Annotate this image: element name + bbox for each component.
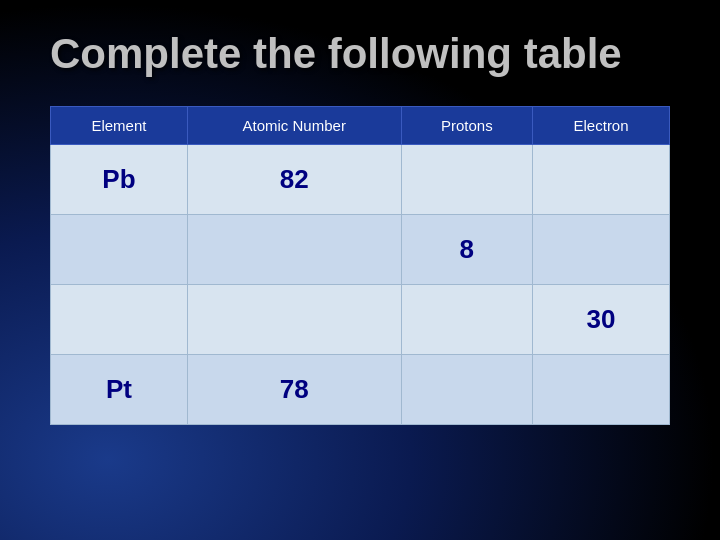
- cell-r0-c2: [401, 145, 533, 215]
- table-row: Pt78: [51, 355, 670, 425]
- table-row: 30: [51, 285, 670, 355]
- page-title: Complete the following table: [50, 30, 670, 78]
- cell-r3-c0: Pt: [51, 355, 188, 425]
- cell-r3-c1: 78: [187, 355, 401, 425]
- cell-r2-c3: 30: [533, 285, 670, 355]
- cell-r3-c2: [401, 355, 533, 425]
- col-header-atomic-number: Atomic Number: [187, 107, 401, 145]
- periodic-table: Element Atomic Number Protons Electron P…: [50, 106, 670, 425]
- table-row: 8: [51, 215, 670, 285]
- cell-r2-c2: [401, 285, 533, 355]
- cell-r0-c3: [533, 145, 670, 215]
- col-header-element: Element: [51, 107, 188, 145]
- cell-r0-c0: Pb: [51, 145, 188, 215]
- cell-r1-c3: [533, 215, 670, 285]
- cell-r2-c1: [187, 285, 401, 355]
- cell-r3-c3: [533, 355, 670, 425]
- cell-r1-c2: 8: [401, 215, 533, 285]
- col-header-protons: Protons: [401, 107, 533, 145]
- cell-r2-c0: [51, 285, 188, 355]
- cell-r1-c1: [187, 215, 401, 285]
- cell-r1-c0: [51, 215, 188, 285]
- cell-r0-c1: 82: [187, 145, 401, 215]
- main-content: Complete the following table Element Ato…: [0, 0, 720, 455]
- col-header-electron: Electron: [533, 107, 670, 145]
- table-row: Pb82: [51, 145, 670, 215]
